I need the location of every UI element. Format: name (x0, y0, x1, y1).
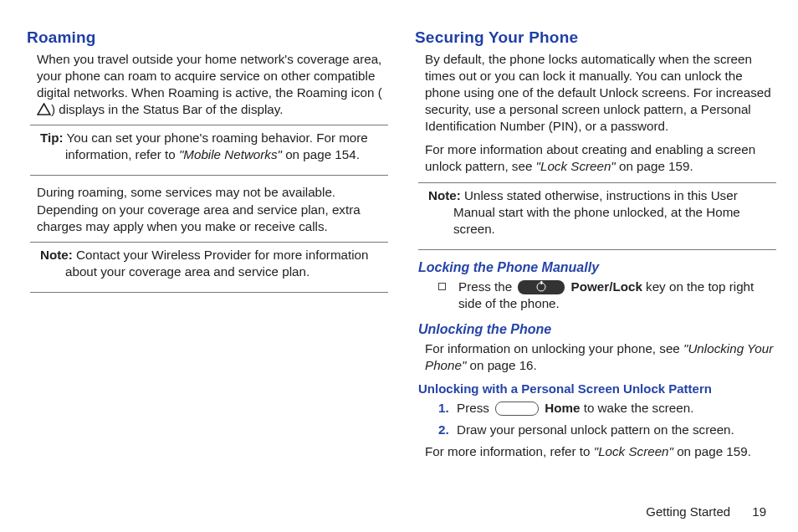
note-left-text: Note: Contact your Wireless Provider for… (33, 247, 385, 280)
roaming-intro-a: When you travel outside your home networ… (37, 52, 382, 100)
lock-instruction: Press the Power/Lock key on the top righ… (415, 279, 780, 312)
step-2-number: 2. (438, 422, 449, 438)
note-right-label: Note: (428, 188, 461, 202)
heading-unlocking: Unlocking the Phone (418, 320, 780, 338)
more-ref: "Lock Screen" (594, 444, 673, 458)
square-bullet-icon (438, 283, 446, 290)
note-left-label: Note: (40, 248, 73, 262)
power-lock-key-icon (518, 280, 565, 294)
step-1-a: Press (457, 401, 493, 415)
securing-p2: For more information about creating and … (415, 141, 780, 175)
right-column: Securing Your Phone By default, the phon… (415, 27, 780, 532)
securing-p2-ref: "Lock Screen" (536, 159, 616, 173)
roaming-charges: During roaming, some services may not be… (27, 184, 391, 234)
page-footer: Getting Started 19 (646, 504, 766, 519)
unlock-para: For information on unlocking your phone,… (415, 340, 780, 374)
heading-unlock-pattern: Unlocking with a Personal Screen Unlock … (418, 381, 780, 397)
tip-ref: "Mobile Networks" (179, 147, 282, 161)
pattern-steps: 1. Press Home to wake the screen. 2. Dra… (415, 400, 780, 438)
more-b: on page 159. (673, 444, 751, 458)
step-2-text: Draw your personal unlock pattern on the… (457, 422, 734, 437)
note-block-right: Note: Unless stated otherwise, instructi… (418, 182, 776, 250)
pattern-more-info: For more information, refer to "Lock Scr… (415, 443, 780, 460)
footer-page-number: 19 (752, 504, 766, 519)
roaming-intro-b: ) displays in the Status Bar of the disp… (51, 102, 283, 116)
footer-section: Getting Started (646, 504, 730, 519)
step-1: 1. Press Home to wake the screen. (438, 400, 780, 417)
note-right-body: Unless stated otherwise, instructions in… (453, 188, 740, 236)
home-key-icon (495, 402, 539, 416)
securing-p1: By default, the phone locks automaticall… (415, 51, 780, 135)
unlock-pb: on page 16. (466, 358, 536, 372)
tip-b: on page 154. (282, 147, 360, 161)
heading-securing: Securing Your Phone (415, 27, 780, 48)
more-a: For more information, refer to (425, 444, 594, 458)
note-block-left: Note: Contact your Wireless Provider for… (30, 242, 388, 293)
step-1-strong: Home (545, 401, 580, 415)
unlock-pa: For information on unlocking your phone,… (425, 341, 683, 356)
step-1-number: 1. (438, 400, 449, 417)
securing-p2b: on page 159. (616, 159, 693, 173)
tip-text: Tip: You can set your phone's roaming be… (33, 130, 385, 163)
lock-strong: Power/Lock (571, 279, 642, 294)
note-left-body: Contact your Wireless Provider for more … (65, 248, 368, 279)
document-page: Roaming When you travel outside your hom… (0, 0, 798, 532)
heading-locking-manually: Locking the Phone Manually (418, 258, 780, 276)
note-right-text: Note: Unless stated otherwise, instructi… (422, 187, 773, 238)
roaming-icon (37, 103, 51, 115)
step-1-b: to wake the screen. (580, 401, 693, 415)
tip-label: Tip: (40, 130, 64, 145)
tip-block: Tip: You can set your phone's roaming be… (30, 125, 388, 176)
roaming-intro: When you travel outside your home networ… (27, 51, 391, 118)
step-2: 2. Draw your personal unlock pattern on … (438, 422, 780, 438)
lock-a: Press the (458, 279, 515, 294)
heading-roaming: Roaming (27, 27, 391, 48)
left-column: Roaming When you travel outside your hom… (27, 27, 391, 532)
